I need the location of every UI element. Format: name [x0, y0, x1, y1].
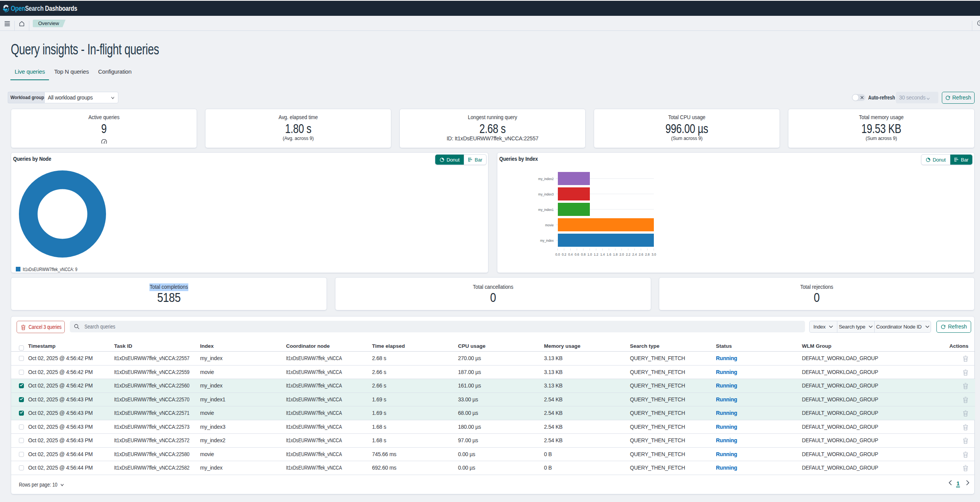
svg-text:0.0: 0.0: [556, 253, 560, 256]
svg-text:2.6: 2.6: [639, 253, 643, 256]
svg-text:my_index: my_index: [540, 239, 554, 243]
svg-text:my_index3: my_index3: [538, 192, 554, 196]
svg-text:1.8: 1.8: [613, 253, 618, 256]
svg-text:0.2: 0.2: [562, 253, 566, 256]
svg-text:1.4: 1.4: [600, 253, 605, 256]
svg-text:2.8: 2.8: [645, 253, 650, 256]
svg-text:0.4: 0.4: [568, 253, 573, 256]
svg-text:1.0: 1.0: [588, 253, 592, 256]
svg-text:1.2: 1.2: [594, 253, 598, 256]
svg-text:2.2: 2.2: [626, 253, 630, 256]
svg-text:my_index1: my_index1: [538, 208, 554, 212]
svg-text:2.4: 2.4: [632, 253, 637, 256]
svg-text:0.8: 0.8: [581, 253, 586, 256]
svg-text:2.0: 2.0: [620, 253, 624, 256]
svg-text:1.6: 1.6: [607, 253, 611, 256]
svg-text:my_index2: my_index2: [538, 177, 554, 181]
svg-text:3.0: 3.0: [652, 253, 656, 256]
svg-text:0.6: 0.6: [574, 253, 579, 256]
svg-text:movie: movie: [545, 223, 554, 227]
